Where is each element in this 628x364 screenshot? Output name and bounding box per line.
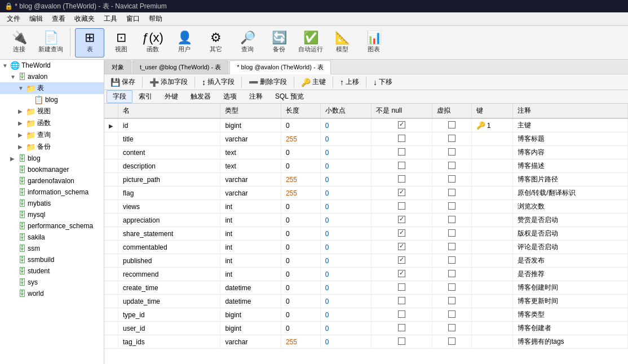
table-row[interactable]: ▶idbigint00🔑 1主键: [104, 118, 628, 132]
sidebar-item-information_schema[interactable]: 🗄information_schema: [0, 187, 104, 198]
toolbar-btn-connect[interactable]: 🔌连接: [5, 28, 34, 57]
subtab-5[interactable]: 注释: [243, 90, 269, 103]
sidebar-item-ssm[interactable]: 🗄ssm: [0, 243, 104, 254]
table-row[interactable]: user_idbigint00博客创建者: [104, 322, 628, 335]
field-virtual-1[interactable]: [432, 132, 471, 146]
tab-tuser[interactable]: t_user @blog (TheWorld) - 表: [132, 60, 228, 74]
subtab-3[interactable]: 触发器: [184, 90, 217, 103]
toolbar-btn-new-query[interactable]: 📄新建查询: [36, 28, 65, 57]
table-row[interactable]: tag_idsvarchar2550博客拥有的tags: [104, 335, 628, 349]
subtab-0[interactable]: 字段: [107, 90, 132, 103]
field-virtual-16[interactable]: [432, 335, 471, 349]
field-notnull-15[interactable]: [372, 322, 432, 335]
sidebar-item-performance_schema[interactable]: 🗄performance_schema: [0, 220, 104, 232]
table-row[interactable]: appreciationint00赞赏是否启动: [104, 214, 628, 227]
menu-item-工具[interactable]: 工具: [99, 13, 122, 25]
table-row[interactable]: flagvarchar2550原创/转载/翻译标识: [104, 187, 628, 200]
sidebar-item-ssmbuild[interactable]: 🗄ssmbuild: [0, 254, 104, 265]
toolbar-btn-view[interactable]: ⊡视图: [107, 28, 136, 57]
menu-item-文件[interactable]: 文件: [2, 13, 25, 25]
field-virtual-11[interactable]: [432, 268, 471, 281]
toolbar-btn-user[interactable]: 👤用户: [170, 28, 199, 57]
tab-blog-active[interactable]: * blog @avalon (TheWorld) - 表: [229, 60, 330, 74]
table-row[interactable]: share_statementint00版权是否启动: [104, 227, 628, 241]
toolbar-btn-chart[interactable]: 📊图表: [359, 28, 388, 57]
table-row[interactable]: type_idbigint00博客类型: [104, 308, 628, 322]
field-notnull-6[interactable]: [372, 200, 432, 214]
field-notnull-13[interactable]: [372, 295, 432, 308]
sidebar-item-备份[interactable]: ▶📁备份: [0, 141, 104, 153]
field-notnull-7[interactable]: [372, 214, 432, 227]
subtab-1[interactable]: 索引: [132, 90, 158, 103]
expand-icon-4[interactable]: ▶: [18, 108, 26, 114]
sidebar-item-blog[interactable]: 📋blog: [0, 94, 104, 105]
field-notnull-0[interactable]: [372, 118, 432, 132]
field-virtual-8[interactable]: [432, 227, 471, 241]
toolbar-btn-model[interactable]: 📐模型: [328, 28, 357, 57]
sidebar-item-gardenofavalon[interactable]: 🗄gardenofavalon: [0, 175, 104, 187]
sidebar-item-函数[interactable]: ▶📁函数: [0, 117, 104, 129]
sidebar-item-sys[interactable]: 🗄sys: [0, 277, 104, 288]
toolbar-btn-table[interactable]: ⊞表: [75, 28, 104, 57]
table-row[interactable]: update_timedatetime00博客更新时间: [104, 295, 628, 308]
subtab-2[interactable]: 外键: [158, 90, 184, 103]
action-btn-save[interactable]: 💾保存: [107, 76, 139, 88]
sidebar-item-world[interactable]: 🗄world: [0, 288, 104, 299]
field-virtual-5[interactable]: [432, 187, 471, 200]
table-row[interactable]: recommendint00是否推荐: [104, 268, 628, 281]
action-btn-insert-field[interactable]: ↕插入字段: [198, 76, 238, 88]
toolbar-btn-backup[interactable]: 🔄备份: [264, 28, 294, 57]
menu-item-窗口[interactable]: 窗口: [122, 13, 144, 25]
table-row[interactable]: commentabledint00评论是否启动: [104, 241, 628, 254]
table-row[interactable]: contenttext00博客内容: [104, 146, 628, 159]
sidebar-item-sakila[interactable]: 🗄sakila: [0, 232, 104, 243]
expand-icon-2[interactable]: ▼: [18, 85, 26, 91]
field-virtual-13[interactable]: [432, 295, 471, 308]
subtab-6[interactable]: SQL 预览: [269, 90, 310, 103]
field-notnull-1[interactable]: [372, 132, 432, 146]
sidebar-item-查询[interactable]: ▶📁查询: [0, 129, 104, 141]
action-btn-add-field[interactable]: ➕添加字段: [145, 76, 192, 88]
field-virtual-2[interactable]: [432, 146, 471, 159]
table-row[interactable]: publishedint00是否发布: [104, 254, 628, 268]
subtab-4[interactable]: 选项: [217, 90, 243, 103]
table-row[interactable]: create_timedatetime00博客创建时间: [104, 281, 628, 295]
sidebar-item-视图[interactable]: ▶📁视图: [0, 105, 104, 117]
expand-icon-8[interactable]: ▶: [10, 156, 18, 162]
action-btn-primary-key[interactable]: 🔑主键: [297, 76, 330, 88]
expand-icon-1[interactable]: ▼: [10, 74, 18, 80]
expand-icon-5[interactable]: ▶: [18, 120, 26, 126]
action-btn-move-up[interactable]: ↑上移: [336, 76, 363, 88]
sidebar-item-blog[interactable]: ▶🗄blog: [0, 153, 104, 164]
table-row[interactable]: viewsint00浏览次数: [104, 200, 628, 214]
field-notnull-10[interactable]: [372, 254, 432, 268]
field-notnull-2[interactable]: [372, 146, 432, 159]
field-virtual-7[interactable]: [432, 214, 471, 227]
field-virtual-0[interactable]: [432, 118, 471, 132]
field-notnull-12[interactable]: [372, 281, 432, 295]
expand-icon-0[interactable]: ▼: [2, 63, 10, 69]
field-notnull-5[interactable]: [372, 187, 432, 200]
field-virtual-3[interactable]: [432, 159, 471, 173]
action-btn-delete-field[interactable]: ➖删除字段: [245, 76, 291, 88]
toolbar-btn-query[interactable]: 🔎查询: [233, 28, 262, 57]
tab-object[interactable]: 对象: [104, 60, 131, 74]
sidebar-item-mysql[interactable]: 🗄mysql: [0, 209, 104, 220]
menu-item-收藏夹[interactable]: 收藏夹: [70, 13, 99, 25]
field-notnull-16[interactable]: [372, 335, 432, 349]
field-notnull-4[interactable]: [372, 173, 432, 187]
expand-icon-6[interactable]: ▶: [18, 132, 26, 138]
toolbar-btn-other[interactable]: ⚙其它: [201, 28, 231, 57]
menu-item-编辑[interactable]: 编辑: [25, 13, 47, 25]
expand-icon-7[interactable]: ▶: [18, 144, 26, 150]
field-notnull-11[interactable]: [372, 268, 432, 281]
sidebar-item-表[interactable]: ▼📁表: [0, 82, 104, 94]
sidebar-item-mybatis[interactable]: 🗄mybatis: [0, 198, 104, 209]
field-notnull-9[interactable]: [372, 241, 432, 254]
field-virtual-6[interactable]: [432, 200, 471, 214]
table-row[interactable]: picture_pathvarchar2550博客图片路径: [104, 173, 628, 187]
toolbar-btn-function[interactable]: ƒ(x)函数: [138, 28, 167, 57]
sidebar-item-avalon[interactable]: ▼🗄avalon: [0, 71, 104, 82]
field-virtual-12[interactable]: [432, 281, 471, 295]
field-virtual-9[interactable]: [432, 241, 471, 254]
